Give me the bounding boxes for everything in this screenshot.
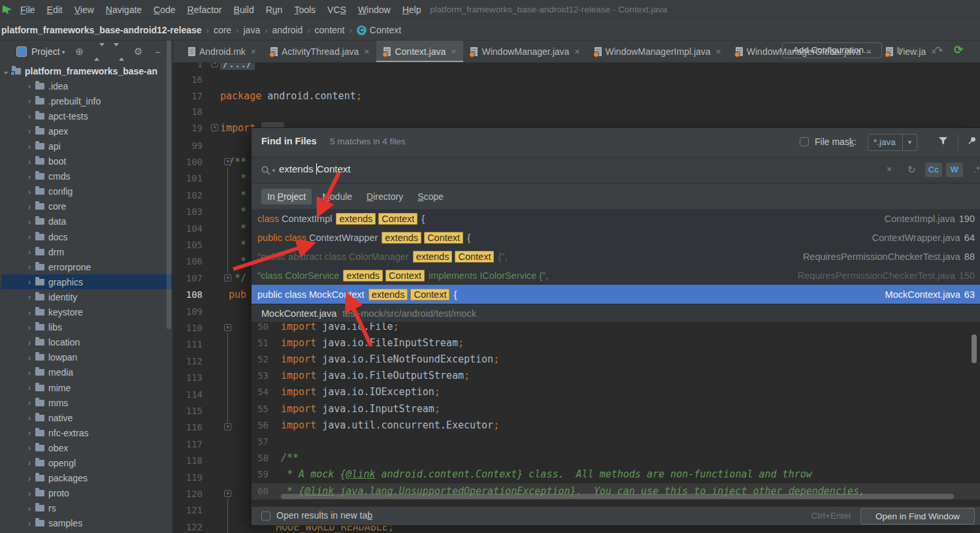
editor-tab-activitythread-java[interactable]: ActivityThread.java× <box>263 40 376 62</box>
clear-search-icon[interactable]: × <box>887 164 892 174</box>
profiler-icon[interactable]: ↷ <box>932 43 946 57</box>
breadcrumb-item[interactable]: android <box>272 25 303 35</box>
match-case-toggle[interactable]: Cc <box>925 163 942 177</box>
tree-item-mms[interactable]: ›mms <box>1 395 173 410</box>
project-view-selector[interactable]: Project <box>31 46 60 57</box>
tree-item-apex[interactable]: ›apex <box>1 123 173 138</box>
file-mask-label[interactable]: File mask: <box>815 137 857 147</box>
tree-item-core[interactable]: ›core <box>1 199 173 214</box>
tree-item-media[interactable]: ›media <box>1 365 173 380</box>
menu-item-file[interactable]: File <box>14 0 41 20</box>
file-mask-checkbox[interactable] <box>800 137 809 146</box>
fold-marker-icon[interactable]: ∨ <box>224 324 231 331</box>
pin-icon[interactable] <box>967 135 977 146</box>
chevron-collapsed-icon[interactable]: › <box>25 428 34 438</box>
close-icon[interactable]: × <box>251 46 256 57</box>
whole-words-toggle[interactable]: W <box>946 163 963 177</box>
chevron-collapsed-icon[interactable]: › <box>25 353 34 363</box>
tree-item-packages[interactable]: ›packages <box>1 471 173 486</box>
chevron-collapsed-icon[interactable]: › <box>25 262 34 272</box>
file-mask-combo[interactable]: *.java ▼ <box>868 134 917 151</box>
breadcrumb-item[interactable]: content <box>315 25 345 35</box>
close-icon[interactable]: × <box>716 46 721 57</box>
tree-root-item[interactable]: ⌄platform_frameworks_base-an <box>1 63 173 78</box>
scope-tab-scope[interactable]: Scope <box>417 191 444 202</box>
tree-item-errorprone[interactable]: ›errorprone <box>1 259 173 274</box>
tree-item-boot[interactable]: ›boot <box>1 154 173 169</box>
close-icon[interactable]: × <box>364 46 369 57</box>
chevron-collapsed-icon[interactable]: › <box>25 383 34 393</box>
tree-item-config[interactable]: ›config <box>1 184 173 199</box>
fold-marker-icon[interactable]: ∨ <box>224 158 231 165</box>
add-configuration-button[interactable]: Add Configuration... <box>782 42 882 58</box>
result-row[interactable]: public class ContextWrapper extendsConte… <box>252 228 980 247</box>
chevron-collapsed-icon[interactable]: › <box>25 277 34 287</box>
close-icon[interactable]: × <box>451 46 456 57</box>
tree-item-lowpan[interactable]: ›lowpan <box>1 350 173 365</box>
chevron-collapsed-icon[interactable]: › <box>25 323 34 332</box>
scope-tab-in-project[interactable]: In Project <box>261 189 312 204</box>
breadcrumb-item[interactable]: core <box>214 25 231 35</box>
filter-icon[interactable] <box>938 137 948 146</box>
tree-item-native[interactable]: ›native <box>1 410 173 425</box>
tree-item--idea[interactable]: ›.idea <box>1 78 173 93</box>
chevron-collapsed-icon[interactable]: › <box>25 398 34 408</box>
expand-all-icon[interactable] <box>94 46 105 57</box>
fold-marker-icon[interactable]: ∧ <box>224 274 231 282</box>
menu-item-vcs[interactable]: VCS <box>321 0 352 20</box>
chevron-collapsed-icon[interactable]: › <box>25 458 34 468</box>
tree-item-cmds[interactable]: ›cmds <box>1 169 173 184</box>
menu-item-build[interactable]: Build <box>228 0 260 20</box>
tree-item-data[interactable]: ›data <box>1 214 173 229</box>
close-icon[interactable]: × <box>574 46 580 57</box>
menu-item-edit[interactable]: Edit <box>41 0 69 20</box>
chevron-collapsed-icon[interactable]: › <box>25 81 34 91</box>
editor-tab-android-mk[interactable]: Android.mk× <box>181 40 263 62</box>
chevron-collapsed-icon[interactable]: › <box>25 292 34 302</box>
tree-item-proto[interactable]: ›proto <box>1 486 173 501</box>
menu-item-view[interactable]: View <box>69 0 100 20</box>
chevron-collapsed-icon[interactable]: › <box>25 368 34 378</box>
editor-tab-windowmanagerimpl-java[interactable]: WindowManagerImpl.java× <box>587 40 728 62</box>
tree-item-samples[interactable]: ›samples <box>1 516 173 531</box>
run-icon[interactable] <box>892 43 907 57</box>
fold-marker-icon[interactable]: ∨ <box>224 490 231 497</box>
menu-item-refactor[interactable]: Refactor <box>182 0 228 20</box>
breadcrumb-item[interactable]: Context <box>370 25 401 35</box>
tree-item-mime[interactable]: ›mime <box>1 380 173 395</box>
chevron-collapsed-icon[interactable]: › <box>25 187 34 197</box>
project-tree-scrollbar[interactable] <box>167 27 171 329</box>
menu-item-window[interactable]: Window <box>352 0 397 20</box>
tree-item-api[interactable]: ›api <box>1 138 173 153</box>
search-history-caret[interactable]: ▼ <box>271 168 276 174</box>
tree-item-graphics[interactable]: ›graphics <box>1 274 173 289</box>
chevron-collapsed-icon[interactable]: › <box>25 519 34 528</box>
tree-item-nfc-extras[interactable]: ›nfc-extras <box>1 425 173 440</box>
tree-item-opengl[interactable]: ›opengl <box>1 455 173 470</box>
menu-item-help[interactable]: Help <box>397 0 427 20</box>
chevron-collapsed-icon[interactable]: › <box>25 111 34 121</box>
open-results-label[interactable]: Open results in new tab <box>276 510 372 521</box>
scope-tab-module[interactable]: Module <box>322 191 352 202</box>
editor-tab-context-java[interactable]: Context.java× <box>376 40 463 62</box>
menu-item-code[interactable]: Code <box>148 0 181 20</box>
locate-file-icon[interactable]: ⊕ <box>74 46 85 57</box>
open-results-checkbox[interactable] <box>261 511 270 521</box>
fold-marker-icon[interactable]: ∧ <box>224 423 231 430</box>
tree-item-identity[interactable]: ›identity <box>1 289 173 304</box>
sync-icon[interactable]: ⟳ <box>951 43 966 57</box>
chevron-collapsed-icon[interactable]: › <box>25 157 34 167</box>
open-in-find-window-button[interactable]: Open in Find Window <box>860 508 975 525</box>
tree-item-apct-tests[interactable]: ›apct-tests <box>1 108 173 123</box>
chevron-collapsed-icon[interactable]: › <box>25 232 34 242</box>
menu-item-tools[interactable]: Tools <box>288 0 321 20</box>
search-field[interactable]: ▼ extends Context × ↻ Cc W .* <box>252 157 980 184</box>
tree-item-location[interactable]: ›location <box>1 335 173 350</box>
chevron-collapsed-icon[interactable]: › <box>25 308 34 317</box>
chevron-collapsed-icon[interactable]: › <box>25 489 34 498</box>
tree-item-rs[interactable]: ›rs <box>1 501 173 516</box>
editor-tab-windowmanager-java[interactable]: WindowManager.java× <box>463 40 587 62</box>
tree-item-keystore[interactable]: ›keystore <box>1 305 173 320</box>
menu-item-run[interactable]: Run <box>260 0 289 20</box>
chevron-collapsed-icon[interactable]: › <box>25 172 34 182</box>
